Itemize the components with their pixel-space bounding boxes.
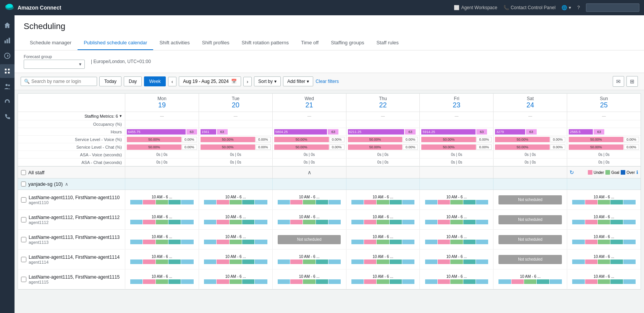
globe-btn[interactable]: 🌐 ▾ <box>561 5 571 10</box>
sl-voice-mon: 50.00% 0.00% <box>125 136 199 143</box>
agent-1113-wed[interactable]: Not scheduled <box>272 230 346 249</box>
sidebar-item-phone[interactable] <box>0 110 15 124</box>
search-input[interactable] <box>31 79 92 84</box>
hours-tue: 1561 63 <box>199 128 272 135</box>
sidebar-item-charts[interactable] <box>0 34 15 47</box>
agent-1110-sat[interactable]: Not scheduled <box>493 190 567 209</box>
tab-shift-profiles[interactable]: Shift profiles <box>196 36 236 50</box>
agent-checkbox-1115[interactable] <box>21 277 26 282</box>
table-icon: ⊞ <box>630 78 634 84</box>
agent-checkbox-1113[interactable] <box>21 237 26 242</box>
table-icon-button[interactable]: ⊞ <box>626 76 638 87</box>
tab-staff-rules[interactable]: Staff rules <box>370 36 405 50</box>
agent-1110-tue[interactable]: 10 AM - 6 ... <box>199 190 272 209</box>
agent-1114-sat[interactable]: Not scheduled <box>493 250 567 269</box>
agent-1112-sun[interactable]: 10 AM - 6 ... <box>567 210 641 229</box>
all-staff-checkbox[interactable] <box>21 170 26 175</box>
hours-thu: 6211.25 63 <box>346 128 420 135</box>
sort-by-button[interactable]: Sort by ▾ <box>254 76 281 86</box>
help-icon: ? <box>577 5 580 10</box>
day-header-fri: Fri 23 <box>419 94 493 112</box>
sidebar-item-headset[interactable] <box>0 95 15 109</box>
tab-published-schedule-calendar[interactable]: Published schedule calendar <box>78 36 153 50</box>
agent-1114-wed[interactable]: 10 AM - 6 ... <box>272 250 346 269</box>
prev-week-button[interactable]: ‹ <box>168 77 176 86</box>
help-btn[interactable]: ? <box>577 5 580 10</box>
agent-1113-tue[interactable]: 10 AM - 6 ... <box>199 230 272 249</box>
asa-voice-tue: 0s | 0s <box>199 151 272 158</box>
agent-1110-mon[interactable]: 10 AM - 6 ... <box>125 190 199 209</box>
clear-filters-link[interactable]: Clear filters <box>316 79 339 84</box>
agent-1112-fri[interactable]: 10 AM - 6 ... <box>419 210 493 229</box>
sidebar-item-home[interactable] <box>0 18 15 32</box>
day-button[interactable]: Day <box>124 76 142 86</box>
agent-1115-fri[interactable]: 10 AM - 6 ... <box>419 269 493 289</box>
agent-1114-fri[interactable]: 10 AM - 6 ... <box>419 250 493 269</box>
occupancy-wed <box>272 120 346 128</box>
refresh-icon[interactable]: ↻ <box>570 169 574 175</box>
add-filter-button[interactable]: Add filter ▾ <box>283 76 313 86</box>
agent-1115-sat[interactable]: 10 AM - 6 ... <box>493 269 567 289</box>
group-collapse-btn[interactable]: ∧ <box>65 182 68 187</box>
agent-row-1113: LastName-agent1113, FirstName-agent1113 … <box>18 230 641 250</box>
agent-1110-wed[interactable]: 10 AM - 6 ... <box>272 190 346 209</box>
tab-shift-activities[interactable]: Shift activities <box>153 36 196 50</box>
forecast-group-select[interactable]: ▾ <box>24 60 85 69</box>
agent-1110-sun[interactable]: 10 AM - 6 ... <box>567 190 641 209</box>
date-range-button[interactable]: Aug 19 - Aug 25, 2024 📅 <box>179 76 241 86</box>
agent-1114-mon[interactable]: 10 AM - 6 ... <box>125 250 199 269</box>
agent-1115-mon[interactable]: 10 AM - 6 ... <box>125 269 199 289</box>
top-search-input[interactable] <box>586 3 639 12</box>
next-week-button[interactable]: › <box>243 77 252 86</box>
asa-chat-label: ASA - Chat (seconds) <box>18 159 125 166</box>
day-headers: Mon 19 Tue 20 Wed 21 Thu 22 <box>18 94 641 112</box>
agent-1115-wed[interactable]: 10 AM - 6 ... <box>272 269 346 289</box>
email-icon-button[interactable]: ✉ <box>613 76 624 87</box>
tab-schedule-manager[interactable]: Schedule manager <box>24 36 78 50</box>
agent-1113-sat[interactable]: Not scheduled <box>493 230 567 249</box>
tab-time-off[interactable]: Time off <box>295 36 325 50</box>
agent-checkbox-1112[interactable] <box>21 217 26 222</box>
contact-control-panel-btn[interactable]: 📞 Contact Control Panel <box>503 5 555 10</box>
group-checkbox[interactable] <box>21 182 26 187</box>
svg-rect-9 <box>5 72 7 74</box>
monitor-icon: ⬜ <box>454 5 460 10</box>
agent-1110-thu[interactable]: 10 AM - 6 ... <box>346 190 420 209</box>
agent-1115-tue[interactable]: 10 AM - 6 ... <box>199 269 272 289</box>
agent-1113-fri[interactable]: 10 AM - 6 ... <box>419 230 493 249</box>
agent-1112-mon[interactable]: 10 AM - 6 ... <box>125 210 199 229</box>
sidebar-item-users[interactable] <box>0 79 15 93</box>
agent-1114-sun[interactable]: 10 AM - 6 ... <box>567 250 641 269</box>
agent-1112-thu[interactable]: 10 AM - 6 ... <box>346 210 420 229</box>
agent-1113-mon[interactable]: 10 AM - 6 ... <box>125 230 199 249</box>
agent-checkbox-1110[interactable] <box>21 197 26 203</box>
agent-1113-sun[interactable]: 10 AM - 6 ... <box>567 230 641 249</box>
agent-1113-thu[interactable]: 10 AM - 6 ... <box>346 230 420 249</box>
agent-1114-thu[interactable]: 10 AM - 6 ... <box>346 250 420 269</box>
app-logo[interactable]: Amazon Connect <box>5 2 61 13</box>
agent-1112-wed[interactable]: 10 AM - 6 ... <box>272 210 346 229</box>
sidebar-item-scheduling[interactable] <box>0 64 15 78</box>
agent-1115-thu[interactable]: 10 AM - 6 ... <box>346 269 420 289</box>
tab-staffing-groups[interactable]: Staffing groups <box>325 36 370 50</box>
info-icon[interactable]: ℹ <box>636 170 638 175</box>
svg-rect-11 <box>8 72 10 74</box>
agent-1114-tue[interactable]: 10 AM - 6 ... <box>199 250 272 269</box>
today-button[interactable]: Today <box>99 76 121 86</box>
agent-1112-tue[interactable]: 10 AM - 6 ... <box>199 210 272 229</box>
calendar-icon: 📅 <box>231 79 237 84</box>
tab-shift-rotation-patterns[interactable]: Shift rotation patterns <box>235 36 295 50</box>
agent-checkbox-1114[interactable] <box>21 257 26 262</box>
metrics-chevron-icon[interactable]: ▾ <box>120 114 122 118</box>
agent-workspace-btn[interactable]: ⬜ Agent Workspace <box>454 5 497 10</box>
sl-voice-tue: 50.00% 0.00% <box>199 136 272 143</box>
agent-1115-sun[interactable]: 10 AM - 6 ... <box>567 269 641 289</box>
week-button[interactable]: Week <box>144 76 165 86</box>
bar-teal <box>168 200 181 204</box>
not-scheduled-sat-1110: Not scheduled <box>498 195 561 204</box>
tabs: Schedule manager Published schedule cale… <box>24 36 635 50</box>
agent-1110-fri[interactable]: 10 AM - 6 ... <box>419 190 493 209</box>
sidebar-item-routing[interactable] <box>0 49 15 63</box>
agent-1112-sat[interactable]: Not scheduled <box>493 210 567 229</box>
hours-sat: 3279 63 <box>493 128 567 135</box>
